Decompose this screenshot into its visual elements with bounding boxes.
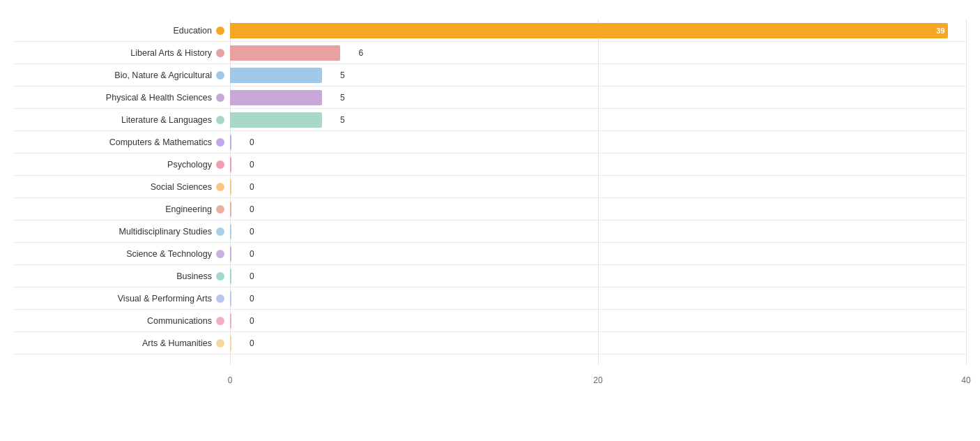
bar-fill — [230, 269, 231, 284]
bar-value-label: 5 — [340, 70, 345, 80]
bar-track: 0 — [230, 336, 966, 351]
bar-value-label: 6 — [358, 48, 363, 58]
bar-value-label: 0 — [250, 316, 254, 326]
bars-area: Education39Liberal Arts & History6Bio, N… — [14, 20, 966, 364]
x-axis-label: 0 — [228, 375, 233, 385]
bar-value-label: 5 — [340, 115, 345, 125]
bar-value-label: 0 — [250, 338, 254, 348]
bar-label: Communications — [14, 316, 230, 326]
bar-value-label: 0 — [250, 137, 254, 147]
bar-label-text: Bio, Nature & Agricultural — [114, 70, 212, 80]
bar-label: Engineering — [14, 204, 230, 214]
bar-track: 0 — [230, 313, 966, 329]
bar-label: Liberal Arts & History — [14, 48, 230, 58]
chart-area: Education39Liberal Arts & History6Bio, N… — [14, 20, 966, 385]
bar-track: 6 — [230, 45, 966, 61]
bar-track: 5 — [230, 90, 966, 105]
bar-fill — [230, 202, 231, 217]
bar-label-text: Science & Technology — [126, 249, 212, 259]
bar-label: Education — [14, 26, 230, 36]
bar-label: Multidisciplinary Studies — [14, 227, 230, 237]
bar-label-text: Liberal Arts & History — [130, 48, 212, 58]
bar-dot — [216, 227, 224, 236]
bar-label: Physical & Health Sciences — [14, 93, 230, 103]
bar-label: Social Sciences — [14, 182, 230, 192]
bar-dot — [216, 27, 224, 35]
bar-track: 0 — [230, 269, 966, 284]
bar-label: Psychology — [14, 160, 230, 170]
bar-label-text: Literature & Languages — [121, 115, 212, 125]
bar-dot — [216, 116, 224, 124]
bar-row: Literature & Languages5 — [14, 109, 966, 131]
bar-label: Arts & Humanities — [14, 338, 230, 348]
bar-row: Liberal Arts & History6 — [14, 42, 966, 64]
bar-dot — [216, 49, 224, 57]
bar-track: 5 — [230, 68, 966, 83]
bar-label-text: Communications — [147, 316, 212, 326]
bar-track: 39 — [230, 23, 966, 38]
bar-dot — [216, 205, 224, 214]
bar-row: Education39 — [14, 20, 966, 42]
bar-label-text: Psychology — [167, 160, 212, 170]
bar-value-label: 5 — [340, 93, 345, 103]
bar-label: Bio, Nature & Agricultural — [14, 70, 230, 80]
bar-fill — [230, 112, 322, 128]
bar-dot — [216, 317, 224, 325]
bar-fill — [230, 291, 231, 306]
bar-dot — [216, 71, 224, 80]
bar-value-label: 0 — [250, 182, 254, 192]
bar-dot — [216, 250, 224, 258]
bar-value-label: 0 — [250, 249, 254, 259]
bar-dot — [216, 294, 224, 303]
bar-dot — [216, 272, 224, 281]
bar-track: 0 — [230, 246, 966, 262]
bar-track: 0 — [230, 179, 966, 195]
bar-label-text: Arts & Humanities — [142, 338, 212, 348]
bar-value-label: 0 — [250, 160, 254, 170]
x-axis: 02040 — [230, 368, 966, 385]
bar-track: 0 — [230, 202, 966, 217]
bar-value-label: 0 — [250, 294, 254, 304]
bar-value-label: 0 — [250, 227, 254, 237]
x-axis-label: 20 — [593, 375, 602, 385]
bar-fill — [230, 135, 231, 150]
bar-row: Communications0 — [14, 310, 966, 332]
bar-track: 0 — [230, 291, 966, 306]
bar-label: Visual & Performing Arts — [14, 294, 230, 304]
bar-row: Social Sciences0 — [14, 176, 966, 198]
bar-fill — [230, 157, 231, 172]
grid-line — [966, 20, 967, 364]
bar-dot — [216, 94, 224, 102]
bar-track: 0 — [230, 224, 966, 239]
bar-fill — [230, 336, 231, 351]
bar-row: Computers & Mathematics0 — [14, 131, 966, 154]
bar-track: 0 — [230, 135, 966, 150]
bar-row: Multidisciplinary Studies0 — [14, 221, 966, 243]
bar-dot — [216, 138, 224, 147]
bar-label-text: Education — [173, 26, 212, 36]
bar-value-label: 0 — [250, 271, 254, 281]
bar-fill: 39 — [230, 23, 948, 38]
bar-value-label: 0 — [250, 204, 254, 214]
bar-fill — [230, 68, 322, 83]
bar-row: Psychology0 — [14, 154, 966, 176]
x-axis-label: 40 — [961, 375, 970, 385]
bar-fill — [230, 313, 231, 329]
bar-label: Business — [14, 271, 230, 281]
bar-fill — [230, 45, 340, 61]
bar-row: Science & Technology0 — [14, 243, 966, 265]
bar-dot — [216, 183, 224, 191]
bar-label-text: Engineering — [165, 204, 212, 214]
bar-fill — [230, 179, 231, 195]
bar-label-text: Visual & Performing Arts — [118, 294, 212, 304]
bar-track: 0 — [230, 157, 966, 172]
chart-container: Education39Liberal Arts & History6Bio, N… — [0, 0, 980, 441]
bar-dot — [216, 160, 224, 169]
bar-row: Visual & Performing Arts0 — [14, 287, 966, 310]
bar-row: Physical & Health Sciences5 — [14, 87, 966, 109]
bar-fill — [230, 224, 231, 239]
bar-label: Literature & Languages — [14, 115, 230, 125]
bar-fill — [230, 90, 322, 105]
bar-label-text: Physical & Health Sciences — [106, 93, 212, 103]
bar-track: 5 — [230, 112, 966, 128]
